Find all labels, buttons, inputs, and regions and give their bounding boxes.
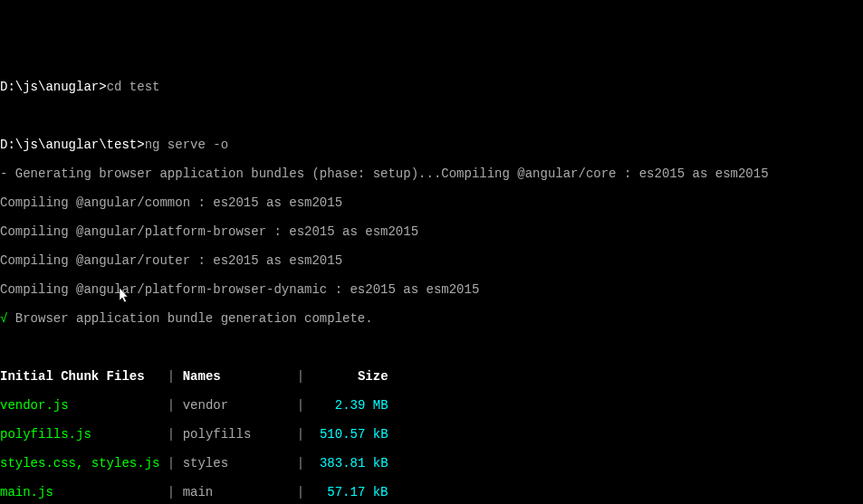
- pipe-separator: |: [289, 456, 312, 471]
- chunk-size: 2.39 MB: [312, 398, 388, 413]
- command-text: ng serve -o: [145, 138, 228, 152]
- chunk-row: styles.css, styles.js | styles | 383.81 …: [0, 456, 863, 471]
- chunk-name: styles: [183, 456, 290, 471]
- table-header-names: Names: [183, 369, 290, 384]
- pipe-separator: |: [289, 485, 312, 499]
- chunk-name: polyfills: [183, 427, 290, 442]
- chunk-row: polyfills.js | polyfills | 510.57 kB: [0, 427, 863, 442]
- chunk-size: 57.17 kB: [312, 485, 388, 499]
- chunk-file: vendor.js: [0, 398, 159, 413]
- compile-output-line: - Generating browser application bundles…: [0, 166, 863, 181]
- pipe-separator: |: [159, 427, 182, 442]
- chunk-file: styles.css, styles.js: [0, 456, 159, 471]
- chunk-row: vendor.js | vendor | 2.39 MB: [0, 398, 863, 413]
- compile-output-line: Compiling @angular/common : es2015 as es…: [0, 195, 863, 210]
- compile-output-line: Compiling @angular/platform-browser-dyna…: [0, 282, 863, 297]
- chunk-file: main.js: [0, 485, 159, 499]
- chunk-size: 383.81 kB: [312, 456, 388, 471]
- chunk-file: polyfills.js: [0, 427, 159, 442]
- chunk-size: 510.57 kB: [312, 427, 388, 442]
- pipe-separator: |: [159, 398, 182, 413]
- prompt-path: D:\js\anuglar\test>: [0, 138, 145, 152]
- pipe-separator: |: [159, 456, 182, 471]
- pipe-separator: |: [159, 485, 182, 499]
- table-header-files: Initial Chunk Files: [0, 369, 159, 384]
- table-header-size: Size: [312, 369, 388, 384]
- terminal-output[interactable]: D:\js\anuglar>cd test D:\js\anuglar\test…: [0, 65, 863, 504]
- prompt-path: D:\js\anuglar>: [0, 80, 107, 94]
- chunk-row: main.js | main | 57.17 kB: [0, 485, 863, 499]
- compile-output-line: Compiling @angular/platform-browser : es…: [0, 224, 863, 239]
- pipe-separator: |: [289, 398, 312, 413]
- pipe-separator: |: [289, 369, 312, 384]
- compile-output-line: Compiling @angular/router : es2015 as es…: [0, 253, 863, 268]
- pipe-separator: |: [289, 427, 312, 442]
- bundle-complete-msg: Browser application bundle generation co…: [7, 311, 372, 326]
- pipe-separator: |: [159, 369, 182, 384]
- chunk-name: main: [183, 485, 290, 499]
- chunk-name: vendor: [183, 398, 290, 413]
- command-text: cd test: [107, 80, 160, 94]
